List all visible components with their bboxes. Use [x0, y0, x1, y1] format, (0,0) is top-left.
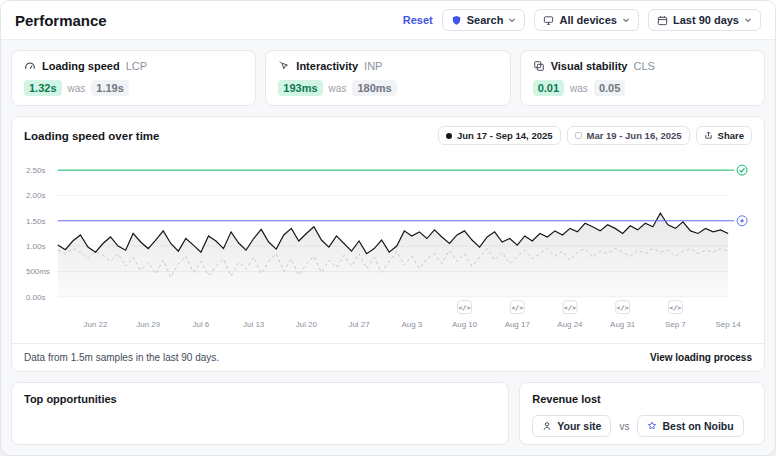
x-tick-label: Aug 3 — [401, 320, 422, 329]
metric-acronym: INP — [364, 60, 382, 72]
x-tick-label: Jul 6 — [193, 320, 210, 329]
page-title: Performance — [15, 12, 107, 29]
calendar-icon — [657, 15, 668, 26]
shield-icon — [451, 15, 462, 26]
samples-note: Data from 1.5m samples in the last 90 da… — [24, 352, 219, 363]
vs-label: vs — [619, 421, 629, 432]
x-tick-label: Jun 22 — [84, 320, 108, 329]
y-tick-label: 2.00s — [26, 191, 45, 200]
chevron-down-icon — [744, 16, 752, 24]
devices-dropdown[interactable]: All devices — [534, 9, 638, 31]
share-button[interactable]: Share — [696, 126, 752, 145]
metric-previous-badge: 1.19s — [91, 80, 129, 96]
revenue-lost-card: Revenue lost Your site vs Best on Noibu — [519, 382, 765, 445]
your-site-button[interactable]: Your site — [532, 415, 611, 437]
cursor-click-icon — [278, 60, 290, 72]
was-label: was — [329, 83, 347, 94]
metric-previous-badge: 180ms — [352, 80, 396, 96]
svg-text:</>: </> — [564, 304, 576, 312]
current-series-area — [58, 213, 728, 297]
metric-previous-badge: 0.05 — [594, 80, 625, 96]
revenue-lost-title: Revenue lost — [532, 393, 752, 405]
share-label: Share — [718, 130, 744, 141]
top-opportunities-title: Top opportunities — [24, 393, 496, 405]
y-tick-label: 1.00s — [26, 242, 45, 251]
search-dropdown[interactable]: Search — [442, 9, 526, 31]
x-tick-label: Aug 31 — [610, 320, 636, 329]
loading-speed-over-time-chart: 2.50s2.00s1.50s1.00s500ms0.00sJun 22Jun … — [24, 149, 752, 339]
monitor-icon — [543, 15, 554, 26]
svg-text:</>: </> — [617, 304, 629, 312]
was-label: was — [570, 83, 588, 94]
metric-value-badge: 1.32s — [24, 80, 62, 96]
x-tick-label: Jul 27 — [348, 320, 370, 329]
x-tick-label: Jun 29 — [136, 320, 160, 329]
metric-value-badge: 0.01 — [533, 80, 564, 96]
legend-checkbox-icon — [575, 132, 582, 139]
x-tick-label: Sep 7 — [665, 320, 686, 329]
svg-text:</>: </> — [459, 304, 471, 312]
x-tick-label: Jul 13 — [243, 320, 265, 329]
metric-value-badge: 193ms — [278, 80, 322, 96]
legend-dot-icon — [446, 133, 452, 139]
x-tick-label: Jul 20 — [296, 320, 318, 329]
best-on-noibu-label: Best on Noibu — [662, 420, 733, 432]
date-range-dropdown-label: Last 90 days — [673, 14, 739, 26]
was-label: was — [68, 83, 86, 94]
threshold-check-icon — [737, 165, 747, 175]
x-tick-label: Aug 10 — [452, 320, 478, 329]
devices-dropdown-label: All devices — [559, 14, 616, 26]
x-tick-label: Aug 17 — [505, 320, 531, 329]
y-tick-label: 500ms — [26, 267, 50, 276]
svg-text:</>: </> — [511, 304, 523, 312]
y-tick-label: 2.50s — [26, 166, 45, 175]
y-tick-label: 0.00s — [26, 293, 45, 302]
topbar-controls: Reset Search All devices — [403, 9, 761, 31]
search-dropdown-label: Search — [467, 14, 504, 26]
chevron-down-icon — [508, 16, 516, 24]
metric-card-inp[interactable]: Interactivity INP 193ms was 180ms — [265, 50, 510, 106]
chevron-down-icon — [622, 16, 630, 24]
legend-previous-label: Mar 19 - Jun 16, 2025 — [587, 130, 682, 141]
metric-acronym: CLS — [633, 60, 654, 72]
metric-card-lcp[interactable]: Loading speed LCP 1.32s was 1.19s — [11, 50, 256, 106]
user-icon — [542, 421, 552, 431]
date-range-dropdown[interactable]: Last 90 days — [648, 9, 761, 31]
metric-card-cls[interactable]: Visual stability CLS 0.01 was 0.05 — [520, 50, 765, 106]
y-tick-label: 1.50s — [26, 217, 45, 226]
chart-title: Loading speed over time — [24, 130, 159, 142]
best-on-noibu-button[interactable]: Best on Noibu — [637, 415, 743, 437]
share-icon — [704, 131, 713, 140]
reset-button[interactable]: Reset — [403, 14, 433, 26]
metric-acronym: LCP — [126, 60, 147, 72]
your-site-label: Your site — [557, 420, 601, 432]
topbar: Performance Reset Search All devices — [1, 1, 775, 40]
layout-shift-icon — [533, 60, 545, 72]
metrics-row: Loading speed LCP 1.32s was 1.19s Intera… — [11, 50, 765, 106]
x-tick-label: Sep 14 — [716, 320, 742, 329]
legend-current-period-button[interactable]: Jun 17 - Sep 14, 2025 — [438, 126, 561, 145]
performance-dashboard-window: Performance Reset Search All devices — [0, 0, 776, 456]
svg-text:</>: </> — [670, 304, 682, 312]
star-badge-icon — [647, 421, 657, 431]
content-area: Loading speed LCP 1.32s was 1.19s Intera… — [1, 40, 775, 455]
legend-current-label: Jun 17 - Sep 14, 2025 — [457, 130, 553, 141]
metric-label: Visual stability — [551, 60, 628, 72]
x-tick-label: Aug 24 — [557, 320, 583, 329]
gauge-icon — [24, 60, 36, 72]
metric-label: Loading speed — [42, 60, 120, 72]
legend-previous-period-button[interactable]: Mar 19 - Jun 16, 2025 — [567, 126, 690, 145]
view-loading-process-link[interactable]: View loading process — [650, 352, 752, 363]
loading-speed-chart-card: Loading speed over time Jun 17 - Sep 14,… — [11, 116, 765, 372]
metric-label: Interactivity — [296, 60, 358, 72]
top-opportunities-card: Top opportunities — [11, 382, 509, 445]
bottom-row: Top opportunities Revenue lost Your site… — [11, 382, 765, 445]
